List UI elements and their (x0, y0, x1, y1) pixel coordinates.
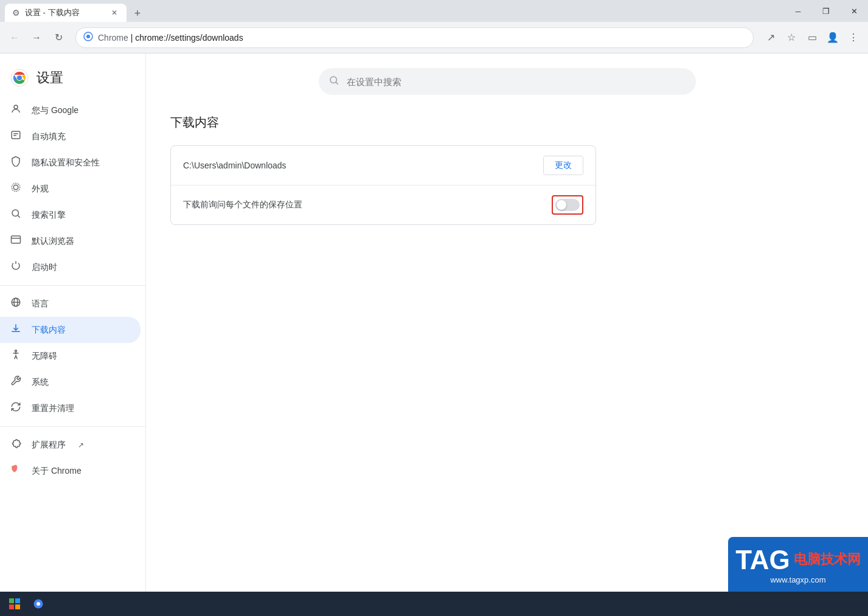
extensions-icon (10, 438, 22, 452)
tab-title: 设置 - 下载内容 (25, 7, 80, 18)
toolbar-actions: ↗ ☆ ▭ 👤 ⋮ (761, 28, 863, 47)
change-path-button[interactable]: 更改 (543, 156, 583, 175)
sidebar-item-reset[interactable]: 重置并清理 (0, 395, 141, 421)
sidebar-item-accessibility[interactable]: 无障碍 (0, 343, 141, 369)
sidebar-item-privacy[interactable]: 隐私设置和安全性 (0, 150, 141, 176)
sidebar-item-downloads-label: 下载内容 (32, 325, 66, 336)
sidebar-item-appearance-label: 外观 (32, 184, 49, 195)
taskbar-chrome[interactable] (27, 593, 50, 615)
sidebar-header: 设置 (0, 63, 145, 97)
sidebar-item-autofill[interactable]: 自动填充 (0, 123, 141, 150)
external-link-icon: ↗ (78, 441, 84, 449)
sidebar-item-autofill-label: 自动填充 (32, 131, 66, 142)
tag-url: www.tagxp.com (770, 575, 825, 584)
sidebar-item-downloads[interactable]: 下载内容 (0, 317, 141, 343)
minimize-icon (796, 6, 801, 16)
svg-point-18 (15, 350, 17, 352)
svg-point-11 (12, 210, 19, 216)
browser-icon (10, 234, 22, 248)
svg-point-5 (14, 105, 18, 109)
svg-point-10 (12, 183, 20, 192)
svg-line-24 (336, 82, 338, 84)
sidebar-item-google-label: 您与 Google (32, 105, 78, 116)
sidebar-item-appearance[interactable]: 外观 (0, 176, 141, 202)
taskbar-items (27, 593, 866, 615)
tag-logo-text: TAG (735, 545, 790, 575)
shield-icon (10, 156, 22, 170)
sidebar-title: 设置 (36, 69, 63, 87)
titlebar: ⚙ 设置 - 下载内容 ✕ + (0, 0, 868, 22)
titlebar-controls (784, 0, 868, 22)
sidebar-item-browser-label: 默认浏览器 (32, 236, 74, 247)
wrench-icon (10, 375, 22, 389)
sidebar: 设置 您与 Google 自动填充 隐私设置和安全性 外观 (0, 54, 146, 592)
addressbar: ← → ↻ Chrome | chrome://settings/downloa… (0, 22, 868, 54)
tab-close-button[interactable]: ✕ (109, 8, 119, 18)
info-icon (10, 464, 22, 478)
settings-search-bar[interactable] (319, 68, 696, 95)
main-layout: 设置 您与 Google 自动填充 隐私设置和安全性 外观 (0, 54, 868, 592)
content-area: 下载内容 C:\Users\admin\Downloads 更改 下载前询问每个… (146, 54, 868, 592)
address-bar[interactable]: Chrome | chrome://settings/downloads (75, 27, 754, 48)
profile-button[interactable]: 👤 (823, 28, 842, 47)
search-icon (10, 208, 22, 222)
svg-line-12 (18, 215, 19, 217)
sidebar-item-search[interactable]: 搜索引擎 (0, 202, 141, 228)
download-icon (10, 323, 22, 337)
sidebar-divider-1 (0, 285, 145, 286)
sidebar-item-google[interactable]: 您与 Google (0, 97, 141, 123)
split-view-button[interactable]: ▭ (802, 28, 822, 47)
tab-bar: ⚙ 设置 - 下载内容 ✕ + (0, 0, 146, 22)
sidebar-item-browser[interactable]: 默认浏览器 (0, 228, 141, 254)
reload-button[interactable]: ↻ (49, 28, 68, 47)
sidebar-item-reset-label: 重置并清理 (32, 403, 74, 414)
sidebar-item-startup[interactable]: 启动时 (0, 254, 141, 280)
share-button[interactable]: ↗ (761, 28, 780, 47)
active-tab[interactable]: ⚙ 设置 - 下载内容 ✕ (5, 4, 127, 22)
restore-icon (822, 6, 830, 16)
settings-search-input[interactable] (347, 77, 686, 87)
taskbar (0, 592, 868, 616)
svg-point-4 (17, 75, 22, 80)
minimize-button[interactable] (784, 0, 812, 22)
back-button[interactable]: ← (5, 28, 24, 47)
svg-rect-13 (12, 236, 21, 243)
sidebar-item-language[interactable]: 语言 (0, 291, 141, 317)
search-bar-icon (328, 75, 339, 89)
sidebar-item-about[interactable]: 关于 Chrome (0, 458, 141, 484)
sidebar-item-startup-label: 启动时 (32, 262, 57, 273)
sidebar-item-privacy-label: 隐私设置和安全性 (32, 157, 100, 168)
url-prefix: Chrome (98, 33, 128, 43)
svg-line-22 (16, 356, 17, 359)
ask-location-label: 下载前询问每个文件的保存位置 (183, 199, 552, 210)
sidebar-item-about-label: 关于 Chrome (32, 466, 82, 477)
close-button[interactable] (840, 0, 868, 22)
svg-rect-27 (9, 604, 14, 609)
bookmark-button[interactable]: ☆ (782, 28, 801, 47)
sidebar-divider-2 (0, 426, 145, 427)
restore-button[interactable] (812, 0, 840, 22)
downloads-settings-card: C:\Users\admin\Downloads 更改 下载前询问每个文件的保存… (170, 145, 596, 225)
url-path: chrome://settings/downloads (135, 33, 243, 43)
svg-rect-26 (15, 598, 20, 603)
reset-icon (10, 401, 22, 415)
sidebar-item-extensions[interactable]: 扩展程序 ↗ (0, 432, 141, 458)
forward-button[interactable]: → (27, 28, 46, 47)
toggle-knob (557, 200, 566, 210)
new-tab-button[interactable]: + (129, 5, 146, 22)
tag-top: TAG 电脑技术网 (735, 545, 861, 575)
titlebar-left: ⚙ 设置 - 下载内容 ✕ + (0, 0, 784, 22)
ask-location-toggle[interactable] (555, 199, 580, 211)
section-title: 下载内容 (170, 114, 844, 131)
start-button[interactable] (2, 593, 27, 615)
svg-rect-28 (15, 604, 20, 609)
chrome-logo (10, 68, 29, 88)
download-path-value: C:\Users\admin\Downloads (183, 161, 286, 170)
menu-button[interactable]: ⋮ (844, 28, 863, 47)
close-icon (851, 6, 858, 16)
svg-point-30 (36, 602, 40, 606)
address-url-text: Chrome | chrome://settings/downloads (98, 33, 746, 43)
sidebar-item-system[interactable]: 系统 (0, 369, 141, 395)
ask-location-row: 下载前询问每个文件的保存位置 (171, 185, 595, 224)
tag-watermark: TAG 电脑技术网 www.tagxp.com (728, 537, 868, 592)
